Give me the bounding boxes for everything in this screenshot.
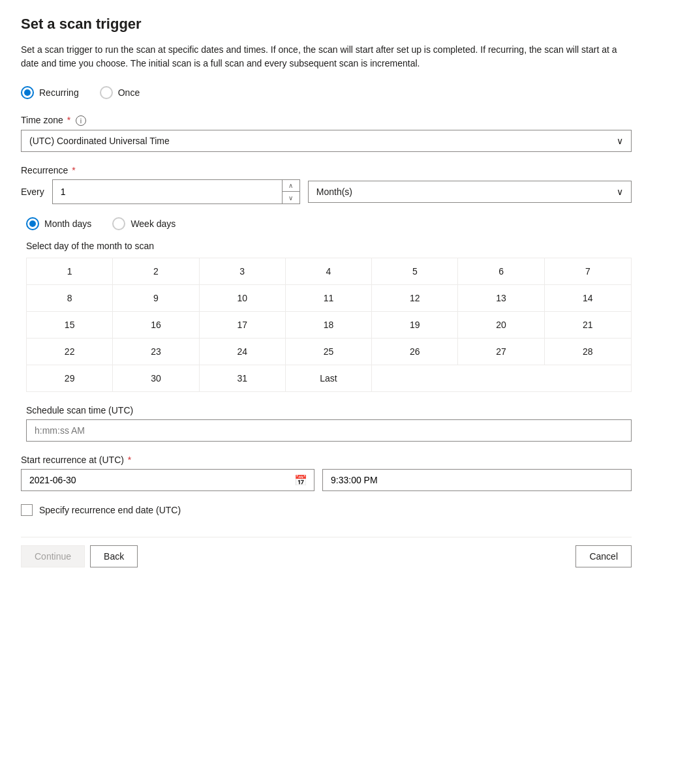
day-29[interactable]: 29 <box>27 365 113 391</box>
timezone-chevron-icon: ∨ <box>617 136 623 146</box>
day-empty-3 <box>545 365 631 391</box>
once-radio[interactable] <box>100 86 113 99</box>
week-days-radio[interactable] <box>112 217 125 230</box>
schedule-time-label: Schedule scan time (UTC) <box>26 405 632 415</box>
day-31[interactable]: 31 <box>200 365 286 391</box>
start-time-input[interactable] <box>322 469 632 491</box>
period-chevron-icon: ∨ <box>617 187 623 197</box>
timezone-required: * <box>67 115 70 125</box>
calendar-row-2: 8 9 10 11 12 13 14 <box>27 285 631 312</box>
trigger-type-group: Recurring Once <box>21 86 632 99</box>
every-value-input[interactable] <box>53 181 282 202</box>
continue-button[interactable]: Continue <box>21 545 85 567</box>
day-12[interactable]: 12 <box>372 285 458 311</box>
recurrence-label: Recurrence <box>21 165 68 175</box>
start-recurrence-section: Start recurrence at (UTC) * 📅 <box>21 455 632 491</box>
day-26[interactable]: 26 <box>372 339 458 365</box>
page-description: Set a scan trigger to run the scan at sp… <box>21 43 632 70</box>
day-empty-1 <box>372 365 458 391</box>
month-days-radio[interactable] <box>26 217 39 230</box>
schedule-time-input[interactable] <box>26 419 632 442</box>
timezone-label: Time zone <box>21 115 63 125</box>
day-type-group: Month days Week days <box>26 217 632 230</box>
day-5[interactable]: 5 <box>372 258 458 284</box>
day-16[interactable]: 16 <box>113 312 199 338</box>
period-select[interactable]: Month(s) ∨ <box>308 181 632 203</box>
calendar-icon[interactable]: 📅 <box>288 474 314 487</box>
every-spin-input: ∧ ∨ <box>52 179 300 204</box>
calendar-row-4: 22 23 24 25 26 27 28 <box>27 339 631 365</box>
end-date-label: Specify recurrence end date (UTC) <box>39 505 181 515</box>
day-empty-2 <box>458 365 544 391</box>
day-23[interactable]: 23 <box>113 339 199 365</box>
day-27[interactable]: 27 <box>458 339 544 365</box>
once-label: Once <box>118 87 140 98</box>
period-value: Month(s) <box>316 187 352 197</box>
week-days-label: Week days <box>130 219 176 229</box>
recurring-label: Recurring <box>39 87 79 98</box>
week-days-option[interactable]: Week days <box>112 217 176 230</box>
once-option[interactable]: Once <box>100 86 140 99</box>
calendar-row-1: 1 2 3 4 5 6 7 <box>27 258 631 285</box>
day-1[interactable]: 1 <box>27 258 113 284</box>
day-8[interactable]: 8 <box>27 285 113 311</box>
day-20[interactable]: 20 <box>458 312 544 338</box>
day-14[interactable]: 14 <box>545 285 631 311</box>
day-last[interactable]: Last <box>286 365 372 391</box>
date-input[interactable] <box>22 470 288 490</box>
day-17[interactable]: 17 <box>200 312 286 338</box>
every-label: Every <box>21 187 44 197</box>
day-22[interactable]: 22 <box>27 339 113 365</box>
recurrence-row: Every ∧ ∨ Month(s) ∨ <box>21 179 632 204</box>
day-9[interactable]: 9 <box>113 285 199 311</box>
calendar-label: Select day of the month to scan <box>26 241 632 251</box>
timezone-select[interactable]: (UTC) Coordinated Universal Time ∨ <box>21 130 632 152</box>
timezone-value: (UTC) Coordinated Universal Time <box>29 136 170 146</box>
cancel-button[interactable]: Cancel <box>575 545 632 567</box>
start-recurrence-label: Start recurrence at (UTC) <box>21 455 124 465</box>
day-28[interactable]: 28 <box>545 339 631 365</box>
start-recurrence-required: * <box>128 455 131 465</box>
day-13[interactable]: 13 <box>458 285 544 311</box>
start-recurrence-row: 📅 <box>21 469 632 491</box>
spin-down-button[interactable]: ∨ <box>283 192 299 204</box>
recurring-radio[interactable] <box>21 86 34 99</box>
schedule-time-section: Schedule scan time (UTC) <box>26 405 632 442</box>
calendar-grid: 1 2 3 4 5 6 7 8 9 10 11 12 13 14 15 16 <box>26 258 632 392</box>
timezone-section: Time zone * i (UTC) Coordinated Universa… <box>21 115 632 152</box>
spin-up-button[interactable]: ∧ <box>283 180 299 192</box>
timezone-info-icon[interactable]: i <box>76 115 86 126</box>
month-days-option[interactable]: Month days <box>26 217 91 230</box>
calendar-row-3: 15 16 17 18 19 20 21 <box>27 312 631 339</box>
calendar-row-5: 29 30 31 Last <box>27 365 631 391</box>
footer-buttons: Continue Back Cancel <box>21 537 632 567</box>
page-title: Set a scan trigger <box>21 16 632 33</box>
day-10[interactable]: 10 <box>200 285 286 311</box>
recurring-option[interactable]: Recurring <box>21 86 79 99</box>
day-2[interactable]: 2 <box>113 258 199 284</box>
day-3[interactable]: 3 <box>200 258 286 284</box>
day-11[interactable]: 11 <box>286 285 372 311</box>
day-25[interactable]: 25 <box>286 339 372 365</box>
day-24[interactable]: 24 <box>200 339 286 365</box>
end-date-checkbox[interactable] <box>21 504 33 516</box>
recurrence-required: * <box>72 165 75 175</box>
spin-buttons: ∧ ∨ <box>282 180 299 204</box>
day-6[interactable]: 6 <box>458 258 544 284</box>
date-input-wrap: 📅 <box>21 469 314 491</box>
back-button[interactable]: Back <box>90 545 138 567</box>
day-30[interactable]: 30 <box>113 365 199 391</box>
day-7[interactable]: 7 <box>545 258 631 284</box>
day-4[interactable]: 4 <box>286 258 372 284</box>
month-days-label: Month days <box>44 219 91 229</box>
day-18[interactable]: 18 <box>286 312 372 338</box>
day-15[interactable]: 15 <box>27 312 113 338</box>
calendar-section: Select day of the month to scan 1 2 3 4 … <box>21 241 632 392</box>
end-date-row: Specify recurrence end date (UTC) <box>21 504 632 516</box>
recurrence-section: Recurrence * Every ∧ ∨ Month(s) ∨ <box>21 165 632 204</box>
day-19[interactable]: 19 <box>372 312 458 338</box>
day-21[interactable]: 21 <box>545 312 631 338</box>
